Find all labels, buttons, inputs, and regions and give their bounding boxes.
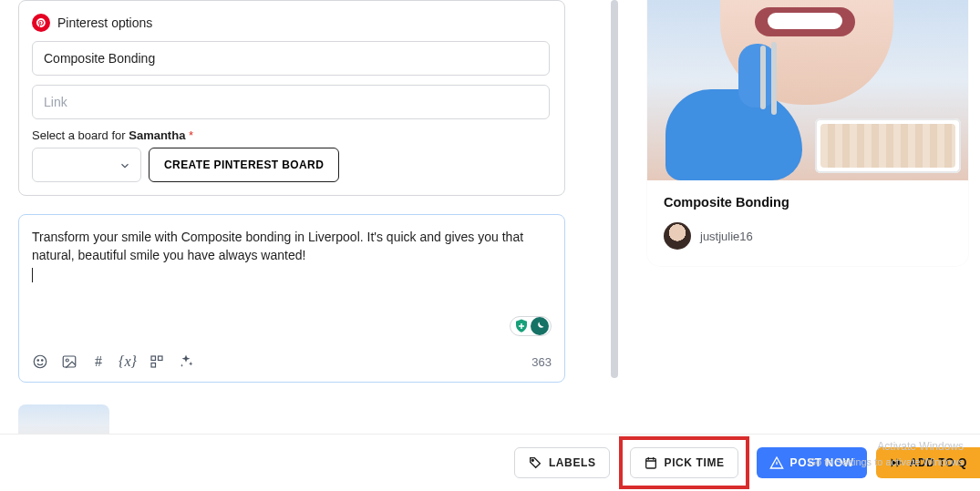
- svg-rect-6: [159, 356, 163, 361]
- create-pinterest-board-button[interactable]: CREATE PINTEREST BOARD: [149, 148, 339, 182]
- pinterest-title-input[interactable]: [32, 41, 550, 76]
- preview-pane: Composite Bonding justjulie16: [629, 0, 980, 428]
- svg-point-4: [66, 359, 68, 362]
- author-name: justjulie16: [700, 230, 753, 243]
- preview-title: Composite Bonding: [647, 180, 968, 217]
- board-select-dropdown[interactable]: [32, 148, 141, 182]
- board-row: CREATE PINTEREST BOARD: [32, 148, 552, 182]
- hashtag-icon[interactable]: #: [90, 353, 107, 370]
- emoji-icon[interactable]: [32, 353, 48, 370]
- windows-watermark-sub: Go to Settings to activate Windows: [808, 456, 964, 467]
- svg-rect-7: [151, 363, 156, 368]
- svg-point-2: [42, 360, 44, 362]
- grammar-badge[interactable]: [510, 316, 552, 336]
- windows-watermark: Activate Windows: [877, 440, 964, 453]
- svg-rect-9: [645, 458, 655, 468]
- pinterest-icon: [32, 14, 50, 32]
- compose-box[interactable]: Transform your smile with Composite bond…: [18, 214, 565, 383]
- labels-button[interactable]: LABELS: [514, 447, 610, 478]
- pick-time-highlight: PICK TIME: [619, 436, 749, 489]
- compose-toolbar: # {x} 363: [19, 342, 564, 382]
- svg-rect-3: [63, 356, 76, 367]
- preview-author: justjulie16: [647, 217, 968, 266]
- sparkle-ai-icon[interactable]: [178, 353, 194, 370]
- svg-point-0: [34, 355, 46, 368]
- alert-triangle-icon: [769, 455, 784, 470]
- preview-image: [647, 0, 968, 180]
- image-icon[interactable]: [61, 353, 77, 370]
- svg-rect-5: [151, 356, 156, 361]
- avatar: [664, 222, 691, 250]
- board-select-label: Select a board for Samantha *: [32, 128, 552, 142]
- pinterest-options-panel: Pinterest options Select a board for Sam…: [18, 0, 565, 196]
- pinterest-link-input[interactable]: [32, 85, 550, 119]
- calendar-icon: [644, 455, 658, 470]
- scrollbar-track[interactable]: [611, 0, 618, 378]
- compose-text[interactable]: Transform your smile with Composite bond…: [19, 215, 564, 297]
- pinterest-panel-header: Pinterest options: [32, 14, 552, 32]
- char-counter: 363: [531, 355, 552, 369]
- pick-time-button[interactable]: PICK TIME: [630, 447, 738, 478]
- left-column: Pinterest options Select a board for Sam…: [18, 0, 565, 465]
- pinterest-panel-title: Pinterest options: [57, 15, 152, 30]
- moon-icon: [531, 317, 549, 335]
- svg-point-8: [531, 459, 533, 461]
- template-icon[interactable]: [149, 353, 165, 370]
- tag-icon: [528, 455, 542, 470]
- text-cursor: [32, 268, 33, 282]
- preview-card: Composite Bonding justjulie16: [647, 0, 968, 266]
- svg-point-1: [37, 360, 39, 362]
- variable-icon[interactable]: {x}: [119, 353, 136, 370]
- chevron-down-icon: [119, 159, 131, 172]
- bottom-action-bar: Activate Windows Go to Settings to activ…: [0, 434, 980, 491]
- shield-plus-icon: [512, 317, 531, 335]
